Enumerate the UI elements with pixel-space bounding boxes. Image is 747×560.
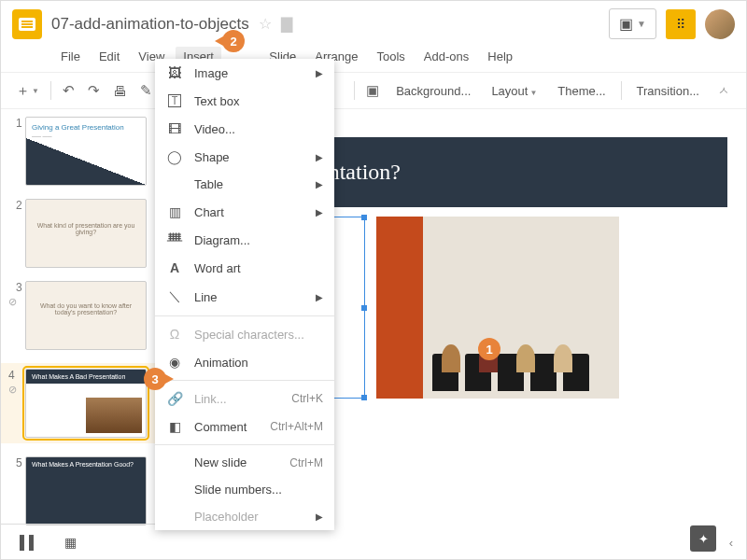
chevron-right-icon: ▶ <box>316 179 323 189</box>
slide-thumb-2[interactable]: What kind of presentation are you giving… <box>25 199 147 268</box>
slide-number: 5 <box>16 456 22 469</box>
callout-3: 3 <box>144 368 166 390</box>
menu-table[interactable]: Table▶ <box>155 171 334 198</box>
folder-icon[interactable]: ▇ <box>281 15 292 33</box>
share-button[interactable]: ⠿ <box>666 9 696 39</box>
background-button[interactable]: Background... <box>387 84 480 98</box>
grid-view-icon[interactable]: ▦ <box>64 535 77 550</box>
undo-button[interactable]: ↶ <box>57 78 80 103</box>
clip-icon: ⊘ <box>8 296 17 308</box>
omega-icon: Ω <box>166 327 183 342</box>
chevron-right-icon: ▶ <box>316 68 323 78</box>
callout-2: 2 <box>222 30 245 52</box>
slide-number: 2 <box>16 199 22 212</box>
chevron-right-icon: ▶ <box>316 292 323 302</box>
menu-placeholder: Placeholder▶ <box>155 503 334 530</box>
slides-logo[interactable] <box>12 9 42 39</box>
menu-wordart[interactable]: AWord art <box>155 254 334 282</box>
new-slide-button[interactable]: ＋▼ <box>10 78 45 104</box>
menu-shape[interactable]: ◯Shape▶ <box>155 143 334 171</box>
chart-icon: ▥ <box>166 204 183 219</box>
toolbar: ＋▼ ↶ ↷ 🖶 ✎ ▣ Background... Layout▼ Theme… <box>1 72 746 109</box>
video-icon: 🎞 <box>166 121 183 136</box>
menu-line[interactable]: ＼Line▶ <box>155 282 334 312</box>
slide-panel: 1 Giving a Great Presentation —— —— 2 Wh… <box>1 109 160 548</box>
explore-button[interactable]: ✦ <box>690 525 716 552</box>
diagram-icon: ᚙ <box>166 232 183 247</box>
slide-thumb-3[interactable]: What do you want to know after today's p… <box>25 281 147 350</box>
clip-icon: ⊘ <box>8 384 17 396</box>
callout-1: 1 <box>478 338 500 360</box>
menu-slide-numbers[interactable]: Slide numbers... <box>155 476 334 503</box>
textbox-icon: 🅃 <box>166 93 183 108</box>
theme-button[interactable]: Theme... <box>548 84 614 98</box>
add-slide-icon[interactable]: ▣ <box>360 78 385 103</box>
menu-help[interactable]: Help <box>480 47 520 66</box>
layout-button[interactable]: Layout▼ <box>482 84 546 98</box>
chevron-right-icon: ▶ <box>316 152 323 162</box>
chevron-down-icon[interactable]: ▼ <box>637 19 646 29</box>
transition-button[interactable]: Transition... <box>627 84 709 98</box>
shape-icon: ◯ <box>166 149 183 164</box>
menu-video[interactable]: 🎞Video... <box>155 115 334 143</box>
redo-button[interactable]: ↷ <box>82 78 106 103</box>
play-icon: ▣ <box>619 15 633 33</box>
animation-icon: ◉ <box>166 355 183 370</box>
print-button[interactable]: 🖶 <box>107 79 133 103</box>
menu-special-characters: ΩSpecial characters... <box>155 320 334 348</box>
image-icon: 🖼 <box>166 65 183 80</box>
present-button[interactable]: ▣ ▼ <box>609 8 656 39</box>
chevron-right-icon: ▶ <box>316 207 323 217</box>
menu-chart[interactable]: ▥Chart▶ <box>155 198 334 226</box>
menu-image[interactable]: 🖼Image▶ <box>155 59 334 87</box>
link-icon: 🔗 <box>166 391 183 406</box>
menu-textbox[interactable]: 🅃Text box <box>155 87 334 115</box>
menu-edit[interactable]: Edit <box>92 47 127 66</box>
comment-icon: ◧ <box>166 419 183 434</box>
scroll-left-icon[interactable]: ‹ <box>722 533 740 552</box>
menu-new-slide[interactable]: New slideCtrl+M <box>155 449 334 476</box>
slide-number: 3 <box>16 281 22 294</box>
doc-title[interactable]: 07-add-animation-to-objects <box>51 15 249 34</box>
slide-thumb-5[interactable]: What Makes A Presentation Good? <box>25 456 147 525</box>
slide-number: 1 <box>16 117 22 130</box>
wordart-icon: A <box>166 260 183 275</box>
avatar[interactable] <box>705 9 735 39</box>
slide-thumb-1[interactable]: Giving a Great Presentation —— —— <box>25 117 147 186</box>
chevron-right-icon: ▶ <box>316 511 323 522</box>
menubar: File Edit View Insert For Slide Arrange … <box>1 47 746 72</box>
menu-animation[interactable]: ◉Animation <box>155 348 334 376</box>
insert-menu: 🖼Image▶ 🅃Text box 🎞Video... ◯Shape▶ Tabl… <box>155 59 334 530</box>
menu-link: 🔗Link...Ctrl+K <box>155 385 334 413</box>
slide-thumb-4[interactable]: What Makes A Bad Presentation <box>25 369 147 438</box>
slide-number: 4 <box>8 369 15 382</box>
menu-comment[interactable]: ◧CommentCtrl+Alt+M <box>155 413 334 441</box>
menu-addons[interactable]: Add-ons <box>416 47 476 66</box>
menu-tools[interactable]: Tools <box>370 47 413 66</box>
menu-file[interactable]: File <box>53 47 88 66</box>
view-switcher: ▌▌ ▦ <box>1 524 160 559</box>
star-icon[interactable]: ☆ <box>259 15 272 33</box>
filmstrip-view-icon[interactable]: ▌▌ <box>20 535 38 550</box>
menu-diagram[interactable]: ᚙDiagram... <box>155 226 334 254</box>
collapse-toolbar-icon[interactable]: ㅅ <box>711 79 737 103</box>
line-icon: ＼ <box>166 288 183 305</box>
slide-image[interactable] <box>376 217 619 399</box>
